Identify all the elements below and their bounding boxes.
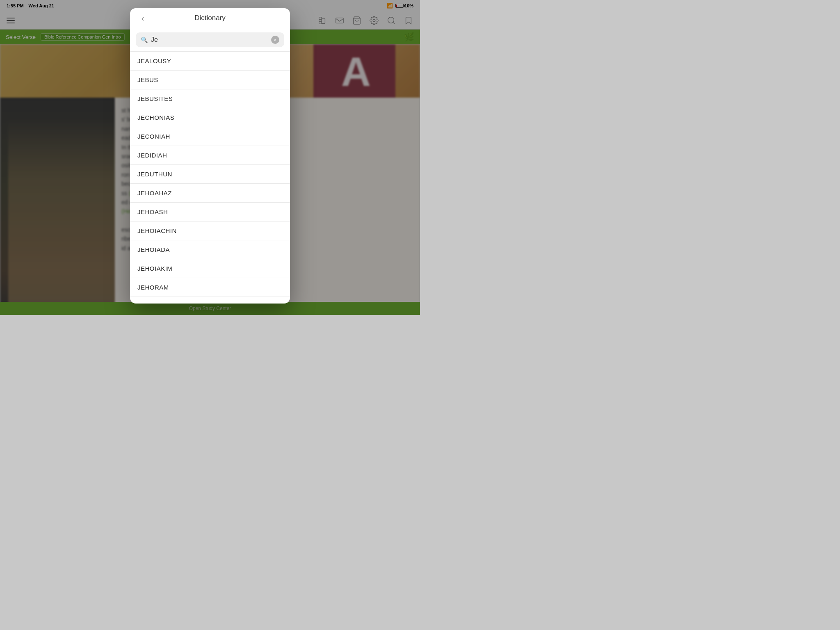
dict-item[interactable]: JEBUS xyxy=(130,71,290,89)
search-bar: 🔍 × xyxy=(130,28,290,52)
back-button[interactable]: ‹ xyxy=(137,12,149,24)
dict-item[interactable]: JEALOUSY xyxy=(130,52,290,71)
dict-item[interactable]: JEBUSITES xyxy=(130,89,290,108)
dict-item[interactable]: JEHOIAKIM xyxy=(130,259,290,278)
dict-item[interactable]: JEHOIADA xyxy=(130,240,290,259)
search-input[interactable] xyxy=(151,36,268,43)
dict-list: JEALOUSY JEBUS JEBUSITES JECHONIAS JECON… xyxy=(130,52,290,304)
modal-header: ‹ Dictionary xyxy=(130,8,290,28)
dict-item[interactable]: JECHONIAS xyxy=(130,108,290,127)
dict-item[interactable]: JEHOASH xyxy=(130,203,290,221)
clear-button[interactable]: × xyxy=(271,36,279,44)
search-input-wrapper: 🔍 × xyxy=(136,32,284,47)
dict-item[interactable]: JEHOIACHIN xyxy=(130,221,290,240)
dict-item[interactable]: JEHOAHAZ xyxy=(130,184,290,203)
dictionary-modal: ‹ Dictionary 🔍 × JEALOUSY JEBUS JEBUSITE… xyxy=(130,8,290,304)
dict-item[interactable]: JECONIAH xyxy=(130,127,290,146)
dict-item[interactable]: JEHORAM xyxy=(130,278,290,297)
clear-x: × xyxy=(274,37,276,42)
modal-title: Dictionary xyxy=(194,14,226,22)
search-icon: 🔍 xyxy=(141,37,148,43)
dict-item[interactable]: JEDUTHUN xyxy=(130,165,290,184)
dict-item[interactable]: JEDIDIAH xyxy=(130,146,290,165)
modal-overlay: ‹ Dictionary 🔍 × JEALOUSY JEBUS JEBUSITE… xyxy=(0,0,420,315)
dict-item-partial[interactable]: JEHOSHABEATH xyxy=(130,297,290,304)
